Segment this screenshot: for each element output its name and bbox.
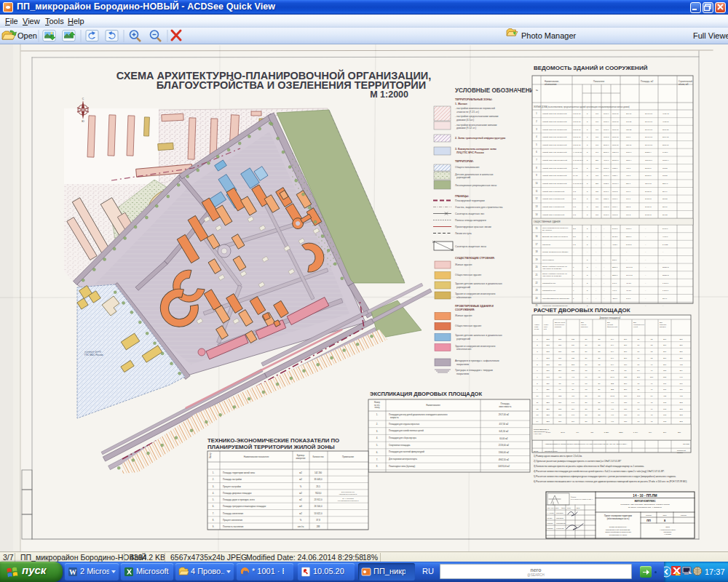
svg-text:178: 178 [663,402,667,404]
svg-text:1766.6: 1766.6 [604,167,609,170]
svg-text:28260.2: 28260.2 [662,266,669,268]
svg-text:в границах улиц Сосновая, Цвет: в границах улиц Сосновая, Цветковского, … [620,503,670,506]
svg-text:Жилой дом 7-секционный: Жилой дом 7-секционный [542,198,565,200]
svg-text:24016.2: 24016.2 [645,206,652,208]
svg-text:3.: 3. [376,430,379,433]
svg-text:272: 272 [546,351,550,353]
svg-text:Жилой дом 5-ти секционный: Жилой дом 5-ти секционный [542,144,567,146]
svg-text:446: 446 [611,408,614,410]
svg-text:5.4832: 5.4832 [662,244,668,246]
svg-text:217: 217 [663,357,667,359]
svg-text:272: 272 [546,357,550,359]
svg-text:Лист: Лист [662,514,667,517]
svg-text:202: 202 [679,414,683,416]
svg-text:170: 170 [596,113,599,115]
svg-text:544: 544 [611,338,614,340]
svg-text:Наименование показателя: Наименование показателя [244,455,269,458]
svg-text:"Архитектурное Бюро: "Архитектурное Бюро [660,529,676,530]
svg-text:716.0: 716.0 [626,191,631,193]
svg-text:Плотность населения: Плотность населения [223,525,244,528]
svg-text:1-Б-10-16: 1-Б-10-16 [573,136,581,138]
svg-text:Общественные здания: Общественные здания [455,274,481,276]
svg-text:53 622,0: 53 622,0 [314,512,323,515]
svg-text:156: 156 [558,402,562,404]
svg-text:Площадки для хозяйственных цел: Площадки для хозяйственных целей [389,429,424,432]
svg-text:целей: целей [633,326,638,327]
svg-text:Площадки для занятий физкульту: Площадки для занятий физкультурой [389,450,424,453]
svg-text:Лесопарковые рекреационные зон: Лесопарковые рекреационные зоны [455,184,497,187]
svg-text:Жилой дом 5-ти секционный: Жилой дом 5-ти секционный [542,129,567,131]
svg-text:покрытием: покрытием [456,363,470,366]
svg-text:Стадия: Стадия [646,514,652,517]
svg-text:178: 178 [663,408,667,410]
svg-text:140.0: 140.0 [612,282,617,284]
svg-text:ПП: ПП [646,519,651,522]
svg-text:по ПП: по ПП [534,328,539,330]
svg-text:4) Расчетное количество площад: 4) Расчетное количество площадок для хоз… [534,470,665,473]
svg-text:8107.00: 8107.00 [612,113,619,115]
svg-text:6106.2: 6106.2 [612,191,618,193]
svg-text:объем, м3: объем, м3 [678,83,689,86]
svg-text:8 226: 8 226 [604,431,609,434]
svg-text:плану: плану [374,407,380,409]
svg-text:Жилой дом 7-секционный: Жилой дом 7-секционный [542,191,565,193]
svg-text:Жилой дом 5-ти секционный: Жилой дом 5-ти секционный [542,113,567,115]
svg-text:10996.4: 10996.4 [612,183,619,185]
svg-text:Ю: Ю [82,120,84,123]
svg-text:Разраб.: Разраб. [547,522,554,525]
svg-text:Показатели: Показатели [593,80,604,83]
svg-text:252: 252 [611,383,614,385]
svg-text:223: 223 [546,408,550,410]
svg-text:237: 237 [679,351,683,353]
svg-text:24016.2: 24016.2 [645,214,652,216]
svg-text:2.: 2. [376,423,379,426]
svg-text:Процент озеленения: Процент озеленения [223,519,242,522]
svg-text:Санитарно-защитных зон: Санитарно-защитных зон [455,212,484,215]
svg-text:440.0: 440.0 [612,290,617,292]
svg-text:учреждений: учреждений [456,338,470,340]
svg-text:Детских дошкольных и школьных: Детских дошкольных и школьных [455,173,494,176]
svg-text:180: 180 [596,214,599,216]
svg-text:142 260: 142 260 [314,471,323,474]
svg-text:подземный: подземный [677,450,687,451]
svg-text:30600.1: 30600.1 [645,175,652,177]
svg-text:ЖИЛОЙ КОМПЛЕКС: ЖИЛОЙ КОМПЛЕКС [633,500,656,503]
svg-text:2229: 2229 [619,431,623,434]
svg-text:возраста: возраста [555,326,562,327]
svg-text:М 1:2000: М 1:2000 [370,89,408,100]
svg-text:1360,00 м2: 1360,00 м2 [499,451,510,454]
svg-text:762: 762 [611,370,614,372]
svg-text:11440.2: 11440.2 [626,274,633,276]
svg-text:1706.5: 1706.5 [604,136,609,138]
svg-text:30490.00: 30490.00 [645,129,653,131]
svg-text:8.: 8. [376,465,379,468]
svg-text:272: 272 [546,364,550,366]
svg-text:180: 180 [596,198,599,200]
svg-text:940: 940 [679,376,683,378]
svg-text:м2: м2 [299,478,302,481]
svg-text:673: 673 [546,376,550,378]
svg-text:621.35: 621.35 [626,129,632,131]
svg-text:26 500,0: 26 500,0 [314,505,323,508]
svg-text:728: 728 [624,376,628,378]
svg-text:Тепловой пункт: Тепловой пункт [542,282,556,284]
svg-text:126: 126 [546,388,550,391]
svg-text:30300.4: 30300.4 [645,151,652,154]
svg-text:22,23: 22,23 [534,450,539,453]
svg-text:526.7: 526.7 [626,183,631,185]
svg-text:7.: 7. [213,512,215,515]
svg-text:446: 446 [611,402,614,404]
svg-text:1092: 1092 [610,395,614,397]
svg-text:9.: 9. [213,525,215,528]
svg-text:296: 296 [663,431,667,434]
svg-text:Номер: Номер [374,401,381,404]
svg-text:217: 217 [663,351,667,353]
svg-text:РАСЧЕТ ДВОРОВЫХ ПЛОЩАДОК: РАСЧЕТ ДВОРОВЫХ ПЛОЩАДОК [534,307,630,314]
svg-text:180: 180 [558,364,562,366]
svg-text:измерения: измерения [296,458,306,460]
svg-text:Колич.: Колич. [544,324,549,325]
svg-text:23,5: 23,5 [316,485,320,488]
svg-text:-2.410: -2.410 [626,282,631,284]
svg-text:Photo Manager: Photo Manager [521,31,577,40]
svg-text:Здание хозяйствен школьная (на: Здание хозяйствен школьная (на [542,273,567,274]
